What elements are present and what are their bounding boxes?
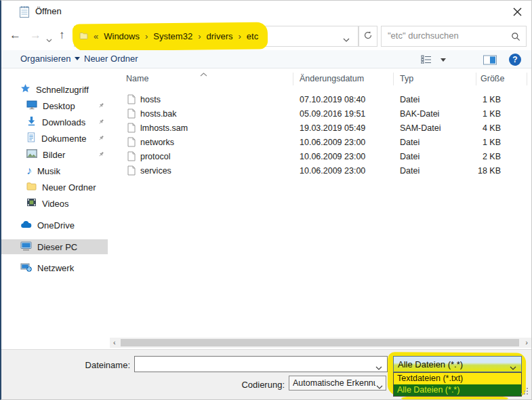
notepad-icon	[19, 5, 30, 20]
refresh-button[interactable]	[359, 26, 377, 47]
document-icon	[26, 132, 36, 144]
organize-button[interactable]: Organisieren	[20, 54, 80, 64]
pin-icon	[97, 102, 105, 112]
search-icon[interactable]	[511, 32, 520, 43]
organize-label: Organisieren	[20, 54, 70, 64]
new-folder-label: Neuer Ordner	[84, 54, 138, 64]
sidebar-label: Neuer Ordner	[42, 182, 96, 193]
view-options-chevron-icon[interactable]	[441, 58, 446, 62]
history-chevron-icon[interactable]	[46, 35, 52, 45]
encoding-value: Automatische Erkennun	[293, 378, 375, 388]
preview-pane-icon[interactable]	[483, 55, 497, 67]
file-row-lmhosts-sam[interactable]: lmhosts.sam 19.03.2019 05:49 SAM-Datei 4…	[117, 121, 527, 136]
file-size: 1 KB	[435, 95, 501, 104]
file-date: 10.06.2009 23:00	[300, 166, 365, 176]
address-bar[interactable]: « Windows › System32 › drivers › etc	[74, 26, 359, 47]
title-bar: Öffnen	[1, 1, 531, 21]
sidebar-item-this-pc[interactable]: Dieser PC	[1, 239, 108, 254]
file-row-hosts-bak[interactable]: hosts.bak 05.09.2016 19:51 BAK-Datei 1 K…	[117, 107, 527, 121]
file-name: hosts.bak	[140, 109, 177, 119]
file-type: BAK-Datei	[400, 109, 439, 119]
folder-icon	[79, 31, 88, 42]
sidebar-item-quick-access[interactable]: Schnellzugriff	[1, 82, 108, 97]
column-header-date[interactable]: Änderungsdatum	[300, 74, 364, 83]
column-separator[interactable]	[293, 73, 293, 85]
sidebar-item-onedrive[interactable]: OneDrive	[1, 218, 108, 233]
filetype-combobox[interactable]: Alle Dateien (*.*)	[393, 356, 522, 372]
address-dropdown-icon[interactable]	[343, 35, 350, 45]
file-icon	[127, 151, 136, 163]
desktop-icon	[26, 100, 37, 112]
sidebar-item-documents[interactable]: Dokumente	[1, 131, 108, 146]
sidebar-item-new-folder[interactable]: Neuer Ordner	[1, 180, 108, 195]
file-row-services[interactable]: services 10.06.2009 23:00 Datei 18 KB	[117, 164, 527, 178]
file-row-networks[interactable]: networks 10.06.2009 23:00 Datei 1 KB	[117, 136, 527, 150]
filename-label: Dateiname:	[76, 360, 130, 370]
column-header-size[interactable]: Größe	[480, 74, 504, 83]
cloud-icon	[20, 220, 32, 231]
list-view-icon[interactable]	[421, 55, 432, 66]
film-icon	[26, 198, 37, 209]
sidebar-label: OneDrive	[37, 220, 75, 231]
file-date: 05.09.2016 19:51	[300, 109, 365, 119]
column-separator[interactable]	[393, 73, 394, 85]
chevron-down-icon	[75, 57, 80, 60]
sidebar-label: Musik	[37, 166, 60, 176]
scroll-left-icon[interactable]: ‹	[113, 338, 116, 346]
column-header-name[interactable]: Name	[126, 74, 148, 83]
sidebar-label: Netzwerk	[37, 263, 74, 273]
sidebar-item-videos[interactable]: Videos	[1, 196, 108, 211]
up-button[interactable]: ↑	[59, 28, 65, 42]
chevron-down-icon	[510, 363, 516, 373]
pin-icon	[97, 134, 105, 144]
file-icon	[127, 137, 136, 149]
sidebar-item-pictures[interactable]: Bilder	[1, 147, 108, 162]
search-input[interactable]	[388, 31, 506, 41]
column-header-type[interactable]: Typ	[400, 74, 413, 83]
sidebar-item-downloads[interactable]: Downloads	[1, 115, 108, 129]
file-name: protocol	[140, 152, 170, 161]
filename-input[interactable]	[138, 359, 369, 369]
pictures-icon	[26, 149, 37, 160]
file-size: 4 KB	[435, 123, 501, 133]
close-icon[interactable]	[510, 4, 525, 19]
chevron-down-icon	[376, 382, 383, 392]
window-title: Öffnen	[35, 6, 62, 16]
pin-icon	[97, 118, 105, 128]
sort-ascending-icon	[200, 68, 207, 79]
filename-combobox[interactable]	[134, 356, 388, 372]
filetype-option-allfiles[interactable]: Alle Dateien (*.*)	[394, 384, 521, 396]
breadcrumb-item-windows[interactable]: Windows	[104, 31, 140, 41]
quick-access-star-icon	[20, 83, 30, 96]
sidebar-item-desktop[interactable]: Desktop	[1, 98, 108, 113]
sidebar-item-music[interactable]: ♪ Musik	[1, 163, 108, 178]
network-icon	[20, 262, 32, 274]
sidebar-item-network[interactable]: Netzwerk	[1, 260, 108, 275]
breadcrumb-item-drivers[interactable]: drivers	[206, 31, 232, 41]
sidebar-label: Dokumente	[41, 134, 86, 144]
scrollbar-thumb[interactable]	[121, 339, 519, 346]
breadcrumb-item-system32[interactable]: System32	[153, 31, 192, 41]
resize-grip[interactable]	[520, 387, 529, 398]
column-separator[interactable]	[476, 73, 476, 85]
horizontal-scrollbar[interactable]: ‹ ›	[110, 338, 531, 348]
file-row-protocol[interactable]: protocol 10.06.2009 23:00 Datei 2 KB	[117, 150, 527, 164]
file-type: Datei	[400, 166, 420, 176]
help-button[interactable]: ?	[509, 54, 521, 66]
new-folder-button[interactable]: Neuer Ordner	[84, 54, 138, 64]
file-row-hosts[interactable]: hosts 07.10.2019 08:40 Datei 1 KB	[117, 93, 527, 107]
chevron-down-icon[interactable]	[375, 363, 382, 373]
column-separator[interactable]	[527, 73, 527, 85]
filetype-option-textfiles[interactable]: Textdateien (*.txt)	[394, 373, 521, 384]
file-date: 19.03.2019 05:49	[300, 123, 365, 133]
scroll-right-icon[interactable]: ›	[525, 338, 528, 346]
breadcrumb-separator: ›	[239, 31, 241, 41]
file-name: networks	[140, 138, 174, 147]
back-button[interactable]: ←	[9, 28, 21, 42]
downloads-arrow-icon	[26, 116, 37, 128]
file-size: 1 KB	[435, 109, 501, 119]
encoding-combobox[interactable]: Automatische Erkennun	[289, 376, 386, 391]
breadcrumb-item-etc[interactable]: etc	[247, 31, 258, 41]
sidebar-label: Schnellzugriff	[36, 85, 89, 95]
sidebar-label: Downloads	[42, 117, 85, 127]
